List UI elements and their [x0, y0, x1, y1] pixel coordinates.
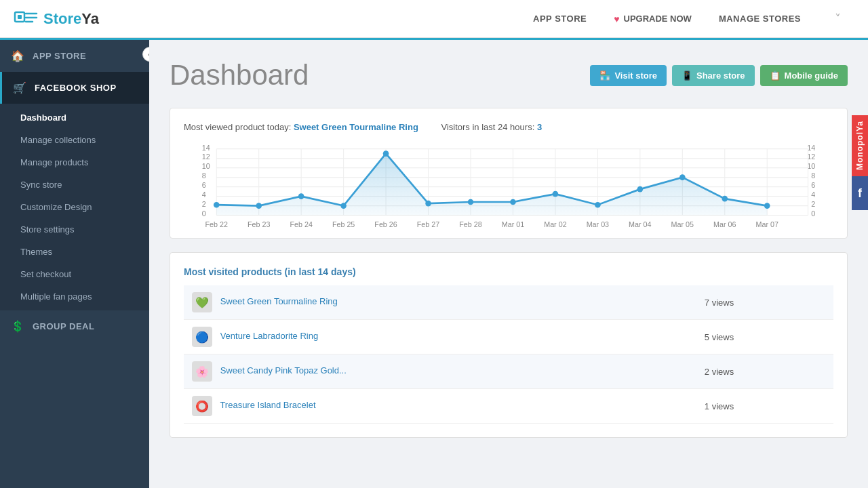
svg-rect-1: [18, 15, 22, 19]
svg-text:Mar 02: Mar 02: [544, 220, 566, 228]
svg-text:Feb 26: Feb 26: [374, 220, 397, 228]
product-cell: 💚 Sweet Green Tourmaline Ring: [184, 285, 696, 320]
page-header: Dashboard 🏪 Visit store 📱 Share store 📋 …: [170, 59, 848, 92]
product-cell: ⭕ Treasure Island Bracelet: [184, 389, 696, 424]
svg-text:0: 0: [202, 209, 206, 218]
svg-text:4: 4: [202, 190, 206, 199]
sidebar-item-themes[interactable]: Themes: [0, 241, 149, 263]
product-thumb-3: 🌸: [192, 361, 212, 382]
svg-text:Feb 28: Feb 28: [459, 220, 481, 228]
app-store-nav-link[interactable]: APP STORE: [533, 14, 587, 24]
svg-point-55: [637, 186, 644, 192]
logo-area[interactable]: StoreYa: [14, 7, 163, 31]
sidebar-item-store-settings[interactable]: Store settings: [0, 218, 149, 241]
svg-text:Feb 22: Feb 22: [205, 220, 227, 228]
product-views-4: 1 views: [696, 389, 833, 424]
upgrade-nav-button[interactable]: ♥ UPGRADE NOW: [614, 14, 692, 24]
share-store-button[interactable]: 📱 Share store: [672, 65, 755, 86]
product-link-3[interactable]: Sweet Candy Pink Topaz Gold...: [220, 365, 347, 375]
svg-point-49: [383, 150, 389, 157]
chart-card: Most viewed product today: Sweet Green T…: [170, 108, 848, 239]
sidebar-item-sync-store[interactable]: Sync store: [0, 174, 149, 196]
svg-text:Feb 25: Feb 25: [332, 220, 355, 228]
svg-point-57: [722, 196, 728, 202]
product-link-4[interactable]: Treasure Island Bracelet: [220, 400, 315, 410]
svg-text:0: 0: [811, 209, 815, 218]
table-row: 🔵 Venture Labradorite Ring 5 views: [184, 320, 833, 354]
sidebar-item-manage-products[interactable]: Manage products: [0, 151, 149, 174]
shop-icon: 🛒: [13, 81, 26, 94]
visit-store-icon: 🏪: [599, 70, 610, 81]
svg-text:Mar 04: Mar 04: [629, 220, 651, 228]
sidebar-item-app-store[interactable]: 🏠 APP STORE: [0, 40, 149, 72]
visitors-count: 3: [537, 122, 542, 132]
sidebar-item-set-checkout[interactable]: Set checkout: [0, 263, 149, 285]
sidebar-item-group-deal[interactable]: 💲 GROUP DEAL: [0, 310, 149, 342]
facebook-banner[interactable]: f: [852, 176, 868, 210]
sidebar-section-facebook-shop: 🛒 FACEBOOK SHOP Dashboard Manage collect…: [0, 72, 149, 310]
header-buttons: 🏪 Visit store 📱 Share store 📋 Mobile gui…: [590, 65, 848, 86]
most-viewed-product: Sweet Green Tourmaline Ring: [294, 122, 418, 132]
product-views-3: 2 views: [696, 354, 833, 389]
monopolya-banner[interactable]: MonopolYa: [852, 115, 868, 176]
product-thumb-2: 🔵: [192, 327, 212, 347]
product-thumb-1: 💚: [192, 292, 212, 312]
svg-text:4: 4: [811, 190, 815, 199]
main-layout: « 🏠 APP STORE 🛒 FACEBOOK SHOP Dashboard …: [0, 40, 868, 488]
svg-text:8: 8: [202, 171, 206, 180]
svg-text:Mar 03: Mar 03: [587, 220, 609, 228]
svg-point-47: [298, 193, 304, 199]
svg-point-50: [425, 201, 431, 207]
svg-text:Feb 23: Feb 23: [248, 220, 270, 228]
svg-marker-44: [216, 154, 767, 216]
chart-container: 14 12 10 8 6 4 2 0 14 12 10 8 6 4 2 0: [184, 143, 833, 224]
svg-text:Mar 05: Mar 05: [671, 220, 694, 228]
sidebar-item-dashboard[interactable]: Dashboard: [0, 106, 149, 129]
sidebar-submenu-facebook-shop: Dashboard Manage collections Manage prod…: [0, 104, 149, 310]
sidebar-item-manage-collections[interactable]: Manage collections: [0, 129, 149, 151]
sidebar-item-customize-design[interactable]: Customize Design: [0, 196, 149, 218]
mobile-guide-button[interactable]: 📋 Mobile guide: [760, 65, 848, 86]
mobile-guide-icon: 📋: [770, 70, 781, 81]
svg-text:14: 14: [202, 144, 210, 152]
sidebar-item-multiple-fan-pages[interactable]: Multiple fan pages: [0, 285, 149, 308]
svg-text:8: 8: [811, 171, 815, 180]
product-thumb-4: ⭕: [192, 396, 212, 416]
svg-point-53: [553, 191, 559, 197]
svg-text:Mar 01: Mar 01: [502, 220, 524, 228]
svg-point-54: [595, 202, 601, 208]
share-store-icon: 📱: [682, 70, 692, 81]
sidebar-section-group-deal: 💲 GROUP DEAL: [0, 310, 149, 342]
svg-text:Mar 07: Mar 07: [755, 220, 778, 228]
svg-text:2: 2: [811, 200, 815, 208]
group-deal-icon: 💲: [11, 320, 24, 333]
sidebar-item-facebook-shop[interactable]: 🛒 FACEBOOK SHOP: [0, 72, 149, 104]
products-card: Most visited products (in last 14 days) …: [170, 252, 848, 438]
svg-point-56: [679, 174, 686, 180]
top-navigation: StoreYa APP STORE ♥ UPGRADE NOW MANAGE S…: [0, 0, 868, 38]
main-content: Dashboard 🏪 Visit store 📱 Share store 📋 …: [149, 40, 868, 488]
svg-text:12: 12: [202, 152, 210, 161]
products-table: 💚 Sweet Green Tourmaline Ring 7 views 🔵 …: [184, 285, 833, 424]
manage-stores-nav-link[interactable]: MANAGE STORES: [719, 14, 801, 24]
products-section-title: Most visited products (in last 14 days): [184, 266, 833, 277]
sidebar-section-appstore: 🏠 APP STORE: [0, 40, 149, 72]
line-chart: 14 12 10 8 6 4 2 0 14 12 10 8 6 4 2 0: [184, 143, 833, 238]
sidebar: « 🏠 APP STORE 🛒 FACEBOOK SHOP Dashboard …: [0, 40, 149, 488]
product-views-1: 7 views: [696, 285, 833, 320]
svg-point-45: [214, 202, 220, 208]
product-link-2[interactable]: Venture Labradorite Ring: [220, 331, 319, 341]
visit-store-button[interactable]: 🏪 Visit store: [590, 65, 667, 86]
product-link-1[interactable]: Sweet Green Tourmaline Ring: [220, 296, 338, 306]
chart-header: Most viewed product today: Sweet Green T…: [184, 122, 833, 132]
page-title: Dashboard: [170, 59, 309, 92]
product-cell: 🔵 Venture Labradorite Ring: [184, 320, 696, 354]
svg-text:14: 14: [807, 144, 815, 152]
product-views-2: 5 views: [696, 320, 833, 354]
chevron-down-icon[interactable]: ˅: [835, 12, 841, 26]
nav-links: APP STORE ♥ UPGRADE NOW MANAGE STORES ˅: [533, 12, 841, 26]
heart-icon: ♥: [614, 14, 619, 24]
svg-point-46: [256, 203, 262, 209]
svg-text:6: 6: [202, 181, 206, 189]
svg-text:Mar 06: Mar 06: [713, 220, 736, 228]
